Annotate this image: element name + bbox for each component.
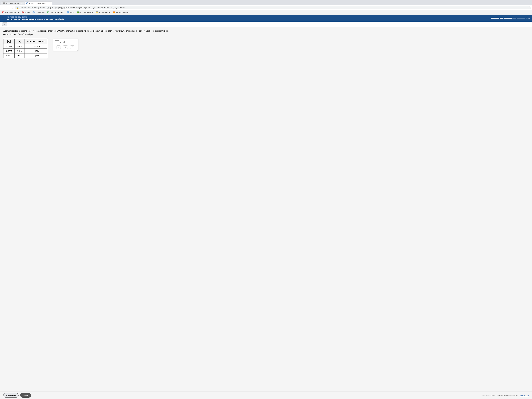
bookmark-login-label: Login | Student Veri... — [50, 12, 64, 13]
prog-seg-4 — [504, 18, 508, 19]
bookmark-login[interactable]: 📋 Login | Student Veri... — [46, 11, 65, 14]
bracket-close-h2: ] — [21, 40, 21, 43]
bookmark-mnet[interactable]: M Mnet - Assignme... ▶ — [1, 11, 20, 14]
secure-icon: 🔒 — [17, 7, 19, 9]
popup-box: ×10 □ × ↺ ? — [53, 39, 78, 51]
tab-info-title: nformation Securi... — [6, 2, 20, 4]
course-home-icon: P — [32, 12, 34, 13]
bookmark-connect-label: Connect — [24, 12, 30, 13]
info-favicon: i — [3, 2, 5, 4]
table-row-2: 1.24 M 9.43 M M/s — [3, 49, 47, 53]
row3-h2: 6.92 M — [14, 53, 25, 58]
problem-statement: A certain reaction is second order in N2… — [3, 29, 529, 36]
bottom-buttons: Explanation Check — [3, 393, 31, 398]
bookmark-myproglab-label: MyProgrammingLab — [80, 12, 93, 13]
problem-text-1: A certain reaction is second order in N — [3, 30, 36, 32]
bookmark-itec-label: ITEC2110:Summer2 — [115, 12, 129, 13]
topic-title: Using reactant reaction order to predict… — [7, 18, 64, 20]
tab-aleks-close[interactable]: × — [49, 2, 51, 4]
logout-icon: Bb — [67, 12, 69, 13]
prog-seg-6 — [513, 18, 516, 19]
row2-rate-unit: M/s — [36, 50, 39, 52]
progress-bar-area: Clap — [66, 17, 530, 19]
myproglab-icon: 🌿 — [77, 12, 79, 13]
copyright-area: © 2020 McGraw-Hill Education. All Rights… — [482, 394, 529, 397]
row2-h2: 9.43 M — [14, 49, 25, 53]
tab-aleks-title: ALEKS - Ciapha Dorley - Learn — [29, 2, 48, 4]
popup-top: ×10 □ — [55, 40, 76, 44]
row2-n2: 1.24 M — [3, 49, 14, 53]
mnet-arrow-icon: ▶ — [18, 12, 19, 13]
url-bar[interactable]: 🔒 www-awn.aleks.com/alekscgi/x/lsl.exe/1… — [15, 6, 531, 9]
bookmark-connect[interactable]: Mc Connect — [20, 11, 31, 14]
imported-icon: 📁 — [96, 12, 98, 13]
prog-seg-7 — [517, 18, 521, 19]
collapse-row: ⌄ — [0, 22, 532, 27]
popup-exponent-input[interactable]: □ — [64, 41, 67, 43]
bookmark-imported-label: Imported From IE — [99, 12, 110, 13]
prog-seg-2 — [495, 18, 499, 19]
popup-reset-button[interactable]: ↺ — [63, 45, 68, 49]
reload-button[interactable]: ↻ — [11, 6, 14, 10]
row1-n2: 1.24 M — [3, 44, 14, 49]
popup-mantissa-input[interactable] — [55, 40, 59, 44]
problem-text-3: . Use this information to complete the t… — [57, 30, 169, 32]
bracket-close-n2: ] — [10, 40, 11, 43]
problem-text-4: correct number of significant digits. — [3, 33, 33, 35]
row2-rate-cell[interactable]: M/s — [25, 49, 47, 53]
popup-x10-label: ×10 — [60, 41, 63, 43]
row3-n2: 0.401 M — [3, 53, 14, 58]
hamburger-menu[interactable]: ☰ — [2, 17, 5, 20]
main-content: A certain reaction is second order in N2… — [0, 27, 532, 392]
bookmark-logout-label: Logout — [70, 12, 74, 13]
bookmark-logout[interactable]: Bb Logout — [66, 11, 75, 14]
section-label: KINETICS AND EQUILIBRIUM — [7, 16, 64, 18]
bookmark-myproglab[interactable]: 🌿 MyProgrammingLab — [76, 11, 94, 14]
tab-info-close[interactable]: × — [21, 2, 23, 4]
progress-segments — [491, 18, 525, 19]
table-popup-container: [N2] [H2] initial rate of reaction 1.24 … — [3, 39, 529, 62]
mnet-icon: M — [2, 12, 4, 13]
check-button[interactable]: Check — [20, 393, 31, 398]
problem-text-2: and second order in H — [37, 30, 57, 32]
row3-rate-cell[interactable]: M/s — [25, 53, 47, 58]
popup-close-button[interactable]: × — [57, 45, 61, 49]
row3-rate-unit: M/s — [36, 55, 39, 57]
explanation-button[interactable]: Explanation — [3, 393, 19, 398]
popup-help-button[interactable]: ? — [70, 45, 74, 49]
table-row-3: 0.401 M 6.92 M M/s — [3, 53, 47, 58]
tab-aleks[interactable]: A ALEKS - Ciapha Dorley - Learn × — [25, 1, 52, 5]
browser-frame: i nformation Securi... × A ALEKS - Ciaph… — [0, 0, 532, 399]
terms-link[interactable]: Terms of Use — [520, 395, 529, 396]
row2-rate-input[interactable] — [33, 50, 36, 52]
col-n2-header: [N2] — [3, 39, 14, 44]
address-bar: ← → ↻ 🔒 www-awn.aleks.com/alekscgi/x/lsl… — [0, 5, 532, 10]
itec-icon: 🔶 — [113, 12, 115, 13]
clap-label: Clap — [526, 17, 530, 19]
col-rate-header: initial rate of reaction — [25, 39, 47, 44]
chemistry-table: [N2] [H2] initial rate of reaction 1.24 … — [3, 39, 47, 58]
tab-info[interactable]: i nformation Securi... × — [1, 1, 24, 5]
new-tab-button[interactable]: + — [53, 1, 57, 5]
bookmark-course-home[interactable]: P Course Home — [32, 11, 46, 14]
row3-rate-input-group: M/s — [27, 55, 45, 57]
row1-rate: 0.996 M/s — [25, 44, 47, 49]
prog-seg-8 — [521, 18, 525, 19]
bookmark-itec[interactable]: 🔶 ITEC2110:Summer2 — [112, 11, 131, 14]
back-button[interactable]: ← — [1, 6, 5, 9]
prog-seg-1 — [491, 18, 495, 19]
prog-seg-3 — [500, 18, 503, 19]
bookmarks-bar: M Mnet - Assignme... ▶ Mc Connect P Cour… — [0, 10, 532, 15]
bookmark-mnet-label: Mnet - Assignme... — [5, 12, 17, 13]
bracket-open-h2: [ — [18, 40, 19, 43]
prog-seg-5 — [508, 18, 512, 19]
forward-button[interactable]: → — [6, 6, 10, 9]
popup-actions: × ↺ ? — [55, 45, 76, 49]
row2-rate-input-group: M/s — [27, 50, 45, 52]
bookmark-course-home-label: Course Home — [35, 12, 44, 13]
row3-rate-input[interactable] — [33, 55, 36, 57]
login-icon: 📋 — [47, 12, 49, 13]
bracket-open-n2: [ — [7, 40, 8, 43]
bookmark-imported[interactable]: 📁 Imported From IE — [95, 11, 112, 14]
collapse-button[interactable]: ⌄ — [2, 22, 7, 26]
